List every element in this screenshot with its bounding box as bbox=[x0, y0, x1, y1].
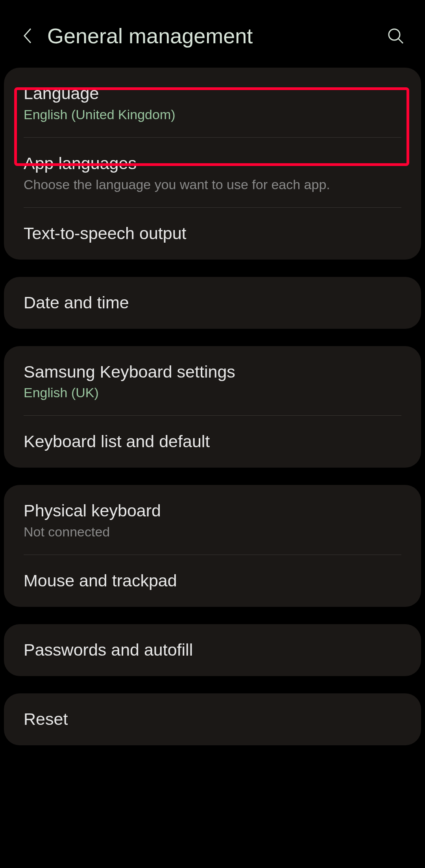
item-mouse-trackpad[interactable]: Mouse and trackpad bbox=[4, 555, 421, 607]
svg-line-1 bbox=[399, 39, 403, 43]
item-title: Text-to-speech output bbox=[24, 223, 401, 245]
item-title: Mouse and trackpad bbox=[24, 570, 401, 592]
svg-point-0 bbox=[389, 29, 400, 40]
item-samsung-keyboard[interactable]: Samsung Keyboard settings English (UK) bbox=[4, 346, 421, 416]
item-title: Physical keyboard bbox=[24, 500, 401, 522]
item-keyboard-list[interactable]: Keyboard list and default bbox=[4, 416, 421, 468]
item-title: Samsung Keyboard settings bbox=[24, 361, 401, 383]
item-reset[interactable]: Reset bbox=[4, 693, 421, 745]
item-date-time[interactable]: Date and time bbox=[4, 277, 421, 329]
back-icon bbox=[22, 27, 33, 44]
item-physical-keyboard[interactable]: Physical keyboard Not connected bbox=[4, 485, 421, 555]
item-sub: Not connected bbox=[24, 524, 401, 540]
group-date-time: Date and time bbox=[4, 277, 421, 329]
item-sub: English (UK) bbox=[24, 385, 401, 400]
item-title: Keyboard list and default bbox=[24, 431, 401, 453]
item-title: Reset bbox=[24, 708, 401, 730]
item-language[interactable]: Language English (United Kingdom) bbox=[4, 68, 421, 137]
item-sub: Choose the language you want to use for … bbox=[24, 177, 401, 192]
page-title: General management bbox=[47, 24, 386, 48]
group-physical: Physical keyboard Not connected Mouse an… bbox=[4, 485, 421, 607]
group-reset: Reset bbox=[4, 693, 421, 745]
item-title: Language bbox=[24, 83, 401, 105]
search-icon bbox=[387, 27, 404, 44]
item-title: App languages bbox=[24, 153, 401, 175]
item-title: Passwords and autofill bbox=[24, 639, 401, 661]
group-language: Language English (United Kingdom) App la… bbox=[4, 68, 421, 260]
header: General management bbox=[0, 0, 425, 68]
group-keyboard: Samsung Keyboard settings English (UK) K… bbox=[4, 346, 421, 468]
item-title: Date and time bbox=[24, 292, 401, 314]
item-tts[interactable]: Text-to-speech output bbox=[4, 208, 421, 260]
item-passwords-autofill[interactable]: Passwords and autofill bbox=[4, 624, 421, 676]
content: Language English (United Kingdom) App la… bbox=[0, 68, 425, 745]
search-button[interactable] bbox=[386, 26, 405, 46]
item-app-languages[interactable]: App languages Choose the language you wa… bbox=[4, 138, 421, 207]
group-passwords: Passwords and autofill bbox=[4, 624, 421, 676]
back-button[interactable] bbox=[20, 28, 35, 44]
item-sub: English (United Kingdom) bbox=[24, 107, 401, 122]
